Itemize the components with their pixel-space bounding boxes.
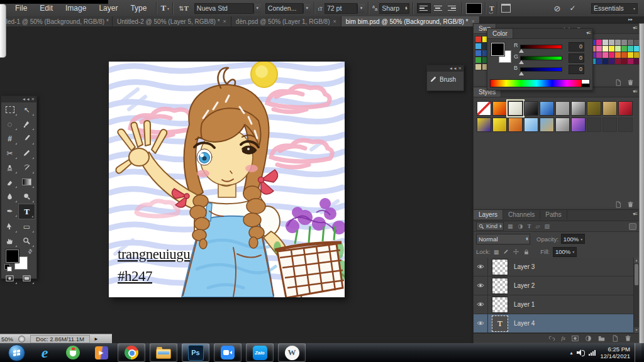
taskbar-clock[interactable]: 6:25 PM 12/14/2021 — [600, 346, 630, 359]
color-spectrum-ramp[interactable] — [490, 79, 583, 87]
scroll-up-icon[interactable]: ▴ — [634, 258, 639, 263]
gradient-tool[interactable] — [18, 175, 35, 189]
layer-row-layer-1[interactable]: Layer 1 — [474, 295, 639, 314]
quick-mask-button[interactable] — [1, 271, 18, 285]
style-tile-gray-gradient[interactable] — [571, 101, 586, 116]
color-slider-b[interactable]: B0 — [520, 65, 584, 74]
style-tile-flat-gray[interactable] — [555, 101, 570, 116]
type-tool[interactable]: T — [18, 204, 35, 219]
layer-row-layer-4[interactable]: T Layer 4 — [474, 314, 639, 333]
toggle-panels-icon[interactable] — [501, 4, 511, 13]
background-window-edge[interactable] — [0, 4, 6, 58]
color-swatch[interactable] — [475, 36, 482, 43]
lock-transparency-icon[interactable]: ▦ — [494, 249, 499, 255]
taskbar-w-app[interactable]: W — [278, 343, 306, 362]
screen-mode-button[interactable] — [18, 271, 35, 285]
layer-row-layer-3[interactable]: Layer 3 — [474, 258, 639, 277]
start-button[interactable] — [4, 344, 28, 361]
layer-style-fx-icon[interactable]: fx — [562, 335, 566, 341]
history-brush-tool[interactable] — [18, 160, 35, 175]
style-tile-red-stripes[interactable] — [618, 101, 633, 116]
speaker-icon[interactable] — [577, 349, 584, 356]
taskbar-media-player[interactable]: ▶ — [89, 344, 113, 361]
document-size-indicator[interactable]: Doc: 2.86M/11.1M — [30, 335, 90, 343]
close-icon[interactable]: ✕ — [458, 66, 462, 70]
rectangular-marquee-tool[interactable] — [1, 102, 18, 117]
layer-visibility-icon[interactable] — [474, 314, 488, 332]
pen-tool[interactable]: ✒ — [1, 204, 18, 218]
type-layer-thumbnail[interactable]: T — [492, 315, 508, 332]
align-right-button[interactable] — [445, 3, 458, 14]
style-tile-olive[interactable] — [587, 101, 601, 116]
style-tile-blue-gel[interactable] — [540, 101, 554, 116]
tab-den-psd[interactable]: đèn.psd @ 50% (Layer 1, RGB/8)× — [231, 16, 341, 26]
menu-type[interactable]: Type — [124, 0, 153, 16]
collapse-icon[interactable]: ◄◄ — [22, 97, 30, 101]
brush-panel-label[interactable]: Brush — [440, 76, 456, 83]
type-tool-badge[interactable]: T▾ — [160, 3, 169, 13]
smart-object-filter-icon[interactable]: ▧ — [544, 223, 550, 229]
color-swatch[interactable] — [475, 43, 482, 50]
tab-untitled-2[interactable]: Untitled-2 @ 50% (Layer 5, RGB/8) *× — [113, 16, 231, 26]
style-tile-horizon[interactable] — [540, 118, 554, 132]
rectangle-tool[interactable]: ▭ — [18, 219, 35, 234]
style-tile-sky[interactable] — [524, 118, 538, 132]
clone-stamp-tool[interactable] — [1, 160, 18, 175]
color-panel-tab[interactable]: Color — [487, 29, 513, 38]
layer-visibility-icon[interactable] — [474, 258, 488, 276]
style-tile-empty[interactable] — [618, 118, 633, 132]
blur-tool[interactable] — [1, 189, 18, 204]
quick-selection-tool[interactable] — [18, 117, 35, 131]
zoom-tool[interactable] — [18, 234, 35, 248]
crop-tool[interactable]: # — [1, 131, 18, 146]
style-tile-yellow-gel[interactable] — [492, 118, 507, 132]
pixel-layer-filter-icon[interactable]: ▦ — [508, 223, 513, 229]
adjustment-layer-icon[interactable] — [585, 335, 592, 342]
panel-menu-icon[interactable]: ▾≡ — [633, 211, 637, 217]
font-family-dropdown-icon[interactable]: ▾ — [253, 4, 261, 13]
scroll-down-icon[interactable]: ▾ — [634, 327, 639, 333]
channels-tab[interactable]: Channels — [503, 210, 540, 219]
style-tile-empty[interactable] — [587, 118, 601, 132]
font-size-select[interactable]: 72 pt — [325, 3, 357, 14]
filter-toggle-icon[interactable] — [629, 223, 636, 230]
taskbar-zoom[interactable] — [214, 343, 242, 362]
delete-item-icon[interactable] — [627, 201, 634, 208]
font-style-dropdown-icon[interactable]: ▾ — [303, 4, 311, 13]
close-icon[interactable]: ✕ — [31, 97, 35, 101]
color-slider-g[interactable]: G0 — [520, 53, 584, 63]
color-swatch[interactable] — [475, 57, 482, 63]
workspace-select[interactable]: Essentials▾ — [591, 3, 638, 14]
scrollbar-thumb[interactable] — [635, 264, 638, 285]
tab-bim-bim-psd[interactable]: bim bim.psd @ 50% (Background, RGB/8) *× — [341, 16, 480, 26]
style-tile-pattern[interactable] — [555, 118, 570, 132]
layer-filter-kind-select[interactable]: Kind▴▾ — [476, 222, 504, 231]
style-tile-white-rounded[interactable] — [508, 101, 523, 116]
dock-scrollbar[interactable] — [639, 23, 644, 344]
color-swatch[interactable] — [475, 50, 482, 57]
commit-edits-icon[interactable]: ✓ — [569, 4, 575, 13]
shape-layer-filter-icon[interactable]: ▱ — [536, 223, 540, 229]
close-tab-icon[interactable]: × — [333, 18, 336, 25]
style-tile-rainbow[interactable] — [477, 118, 491, 132]
document-canvas[interactable]: trangneuiugu #h247 — [109, 62, 345, 297]
hidden-icons-arrow[interactable]: ▴ — [570, 350, 572, 356]
layer-visibility-icon[interactable] — [474, 295, 488, 314]
show-desktop-button[interactable] — [635, 343, 641, 362]
delete-item-icon[interactable] — [627, 79, 634, 86]
collapse-icon[interactable]: ◄◄ — [449, 66, 457, 70]
layer-list-scrollbar[interactable]: ▴ ▾ — [633, 258, 639, 333]
taskbar-chrome[interactable] — [118, 343, 145, 362]
eyedropper-tool[interactable] — [18, 131, 35, 146]
network-signal-icon[interactable] — [589, 349, 596, 356]
taskbar-photoshop[interactable]: Ps — [182, 343, 209, 362]
foreground-color-swatch[interactable] — [491, 43, 504, 56]
lock-pixels-icon[interactable] — [503, 249, 509, 255]
delete-layer-icon[interactable] — [625, 335, 631, 342]
layer-thumbnail[interactable] — [492, 278, 508, 294]
layer-group-icon[interactable] — [598, 335, 605, 342]
link-layers-icon[interactable] — [548, 335, 555, 342]
new-layer-icon[interactable] — [611, 335, 618, 342]
taskbar-coccoc[interactable] — [61, 344, 85, 361]
style-tile-orange-glow[interactable] — [492, 101, 507, 116]
